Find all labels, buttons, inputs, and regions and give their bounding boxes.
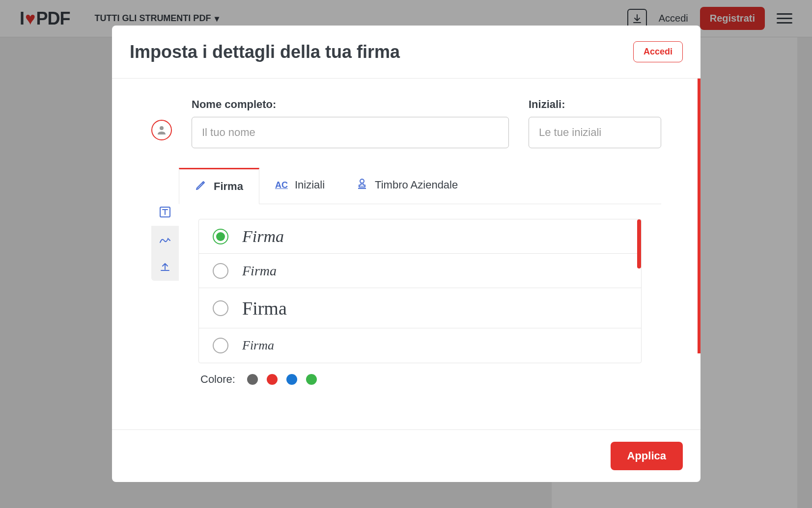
signature-modal: Imposta i dettagli della tua firma Acced… [112,26,700,482]
color-label: Colore: [200,373,235,386]
signature-style-option[interactable]: Firma [199,328,641,363]
signature-style-option[interactable]: Firma [199,288,641,328]
signature-preview: Firma [242,338,274,353]
modal-scrollbar[interactable] [698,79,700,353]
name-label: Nome completo: [192,98,509,111]
signature-panel: Firma Firma Firma Firma [179,204,661,396]
modal-title: Imposta i dettagli della tua firma [130,42,400,62]
svg-point-2 [360,179,364,183]
tabs: Firma AC Iniziali [179,168,661,204]
modal-login-button[interactable]: Accedi [633,41,683,62]
tab-stamp[interactable]: Timbro Aziendale [340,168,474,204]
signature-style-option[interactable]: Firma [199,254,641,288]
upload-mode-button[interactable] [151,253,179,281]
modal-body: Nome completo: Iniziali: [112,79,700,429]
apply-button[interactable]: Applica [611,442,683,470]
color-picker-row: Colore: [198,373,642,386]
signature-preview: Firma [242,227,284,246]
tab-initials[interactable]: AC Iniziali [259,168,340,204]
draw-mode-button[interactable] [151,226,179,253]
initials-input[interactable] [529,117,661,148]
initials-icon: AC [275,180,288,190]
modal-header: Imposta i dettagli della tua firma Acced… [112,26,700,79]
radio[interactable] [213,338,228,353]
tab-initials-label: Iniziali [295,179,325,191]
pen-icon [195,179,207,194]
color-green[interactable] [306,374,317,385]
tab-signature[interactable]: Firma [179,168,259,204]
user-icon [151,120,172,140]
initials-label: Iniziali: [529,98,661,111]
signature-preview: Firma [242,297,287,319]
radio[interactable] [213,300,228,316]
signature-style-list: Firma Firma Firma Firma [198,219,642,363]
color-red[interactable] [267,374,278,385]
color-blue[interactable] [286,374,297,385]
radio[interactable] [213,263,228,279]
name-input[interactable] [192,117,509,148]
signature-preview: Firma [242,263,277,279]
name-form-row: Nome completo: Iniziali: [151,98,661,148]
tabs-main: Firma AC Iniziali [179,168,661,396]
name-field-group: Nome completo: [192,98,509,148]
signature-style-option[interactable]: Firma [199,219,641,254]
tab-signature-label: Firma [214,180,243,193]
svg-point-0 [160,126,164,130]
signature-mode-sidebar [151,198,179,281]
color-black[interactable] [247,374,258,385]
radio-selected[interactable] [213,229,228,244]
stamp-icon [356,178,368,192]
initials-field-group: Iniziali: [529,98,661,148]
signature-list-scrollbar[interactable] [637,219,641,268]
modal-footer: Applica [112,429,700,482]
tabs-container: Firma AC Iniziali [151,168,661,396]
text-mode-button[interactable] [151,198,179,226]
tab-stamp-label: Timbro Aziendale [375,179,458,191]
